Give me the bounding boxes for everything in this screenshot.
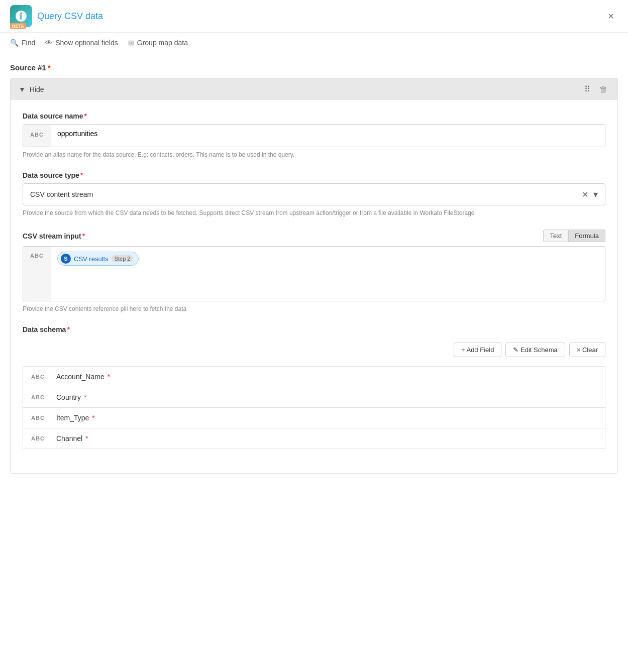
- field-name-3: Channel *: [56, 434, 88, 442]
- pill-source: Step 2: [112, 255, 134, 262]
- field-name-2: Item_Type *: [56, 414, 95, 422]
- data-source-type-hint: Provide the source from which the CSV da…: [23, 208, 605, 217]
- field-type-2: ABC: [31, 415, 51, 421]
- app-header: BETA Query CSV data ×: [0, 0, 628, 33]
- select-clear-icon[interactable]: ✕: [582, 190, 588, 199]
- data-source-name-input[interactable]: [51, 125, 605, 147]
- show-optional-label: Show optional fields: [55, 39, 118, 47]
- close-button[interactable]: ×: [604, 9, 618, 24]
- data-source-type-group: Data source type * CSV content stream ✕ …: [23, 171, 605, 217]
- field-name-0: Account_Name *: [56, 373, 110, 381]
- main-content: Source #1* ▼ Hide ⠿ 🗑: [0, 53, 628, 494]
- edit-schema-button[interactable]: ✎ Edit Schema: [505, 343, 565, 357]
- group-map-icon: ⊞: [128, 39, 134, 47]
- csv-stream-hint: Provide the CSV contents reference pill …: [23, 304, 605, 313]
- table-row: ABC Country *: [23, 387, 605, 408]
- csv-stream-header: CSV stream input * Text Formula: [23, 230, 605, 242]
- app-icon-wrap: BETA: [10, 5, 32, 27]
- source-card: ▼ Hide ⠿ 🗑 Data source name: [10, 78, 618, 474]
- data-source-name-hint: Provide an alias name for the data sourc…: [23, 150, 605, 159]
- csv-stream-label: CSV stream input *: [23, 232, 85, 240]
- find-label: Find: [22, 39, 35, 47]
- pill-label: CSV results: [74, 255, 109, 263]
- data-source-name-group: Data source name * ABC Provide an alias …: [23, 112, 605, 159]
- card-body: Data source name * ABC Provide an alias …: [11, 100, 617, 473]
- card-collapse-label: Hide: [30, 85, 44, 93]
- source-section: Source #1* ▼ Hide ⠿ 🗑: [10, 63, 618, 474]
- data-source-type-value: CSV content stream: [30, 190, 93, 198]
- toolbar: 🔍 Find 👁 Show optional fields ⊞ Group ma…: [0, 33, 628, 53]
- eye-icon: 👁: [45, 39, 52, 47]
- schema-fields-list: ABC Account_Name * ABC Country * ABC Ite…: [23, 366, 605, 449]
- find-toolbar-item[interactable]: 🔍 Find: [10, 39, 35, 47]
- app-header-left: BETA Query CSV data: [10, 5, 103, 27]
- app-title: Query CSV data: [37, 11, 103, 22]
- csv-stream-input-group: CSV stream input * Text Formula ABC S: [23, 230, 605, 313]
- find-icon: 🔍: [10, 39, 19, 47]
- field-type-1: ABC: [31, 394, 51, 400]
- abc-prefix-name: ABC: [23, 125, 51, 147]
- field-name-1: Country *: [56, 393, 86, 401]
- data-source-name-input-wrap: ABC: [23, 124, 605, 147]
- data-source-type-label: Data source type *: [23, 171, 605, 179]
- beta-badge: BETA: [10, 23, 26, 29]
- pill-content: S CSV results Step 2: [51, 247, 605, 301]
- group-map-toolbar-item[interactable]: ⊞ Group map data: [128, 39, 188, 47]
- abc-prefix-stream: ABC: [23, 247, 51, 301]
- data-source-name-label: Data source name *: [23, 112, 605, 120]
- field-type-0: ABC: [31, 374, 51, 380]
- card-header[interactable]: ▼ Hide ⠿ 🗑: [11, 78, 617, 100]
- data-source-type-select[interactable]: CSV content stream ✕ ▾: [23, 183, 605, 205]
- data-schema-label: Data schema *: [23, 325, 605, 333]
- source-title: Source #1*: [10, 63, 618, 72]
- chevron-down-icon[interactable]: ▾: [593, 189, 598, 200]
- table-row: ABC Account_Name *: [23, 367, 605, 387]
- pill-salesforce-icon: S: [61, 254, 71, 264]
- card-move-button[interactable]: ⠿: [582, 83, 592, 95]
- table-row: ABC Item_Type *: [23, 408, 605, 428]
- csv-results-pill[interactable]: S CSV results Step 2: [57, 252, 139, 266]
- card-delete-button[interactable]: 🗑: [597, 84, 609, 95]
- csv-stream-input-area[interactable]: ABC S CSV results Step 2: [23, 246, 605, 301]
- card-header-left: ▼ Hide: [19, 85, 44, 93]
- show-optional-toolbar-item[interactable]: 👁 Show optional fields: [45, 39, 118, 47]
- trash-icon: 🗑: [599, 85, 607, 93]
- text-mode-button[interactable]: Text: [543, 230, 568, 242]
- table-row: ABC Channel *: [23, 428, 605, 449]
- field-type-3: ABC: [31, 435, 51, 441]
- mode-buttons: Text Formula: [543, 230, 605, 242]
- chevron-down-icon: ▼: [19, 85, 26, 93]
- move-icon: ⠿: [584, 85, 590, 93]
- data-schema-group: Data schema * + Add Field ✎ Edit Schema …: [23, 325, 605, 449]
- schema-action-header: + Add Field ✎ Edit Schema × Clear: [23, 338, 605, 362]
- card-header-actions: ⠿ 🗑: [582, 83, 609, 95]
- add-field-button[interactable]: + Add Field: [454, 343, 501, 357]
- group-map-label: Group map data: [137, 39, 188, 47]
- formula-mode-button[interactable]: Formula: [568, 230, 605, 242]
- select-controls: ✕ ▾: [582, 189, 598, 200]
- clear-schema-button[interactable]: × Clear: [569, 343, 605, 357]
